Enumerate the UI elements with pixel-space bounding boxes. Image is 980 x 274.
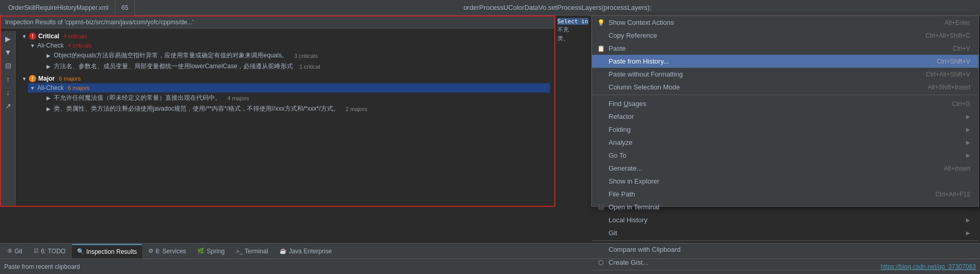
menu-file-path[interactable]: File Path Ctrl+Alt+F12 (592, 188, 978, 201)
menu-paste[interactable]: 📋 Paste Ctrl+V (592, 42, 978, 55)
git-submenu-arrow: ▶ (966, 230, 970, 236)
menu-show-explorer[interactable]: Show in Explorer (592, 175, 978, 188)
critical-child-1[interactable]: Object的equals方法容易抛空指针异常，应使用常量或确定有值的对象来调用… (44, 50, 550, 61)
snippet-line2: 不充 (557, 25, 589, 34)
file-tab-label: OrderSkillRequireHistoryMapper.xml (8, 4, 108, 11)
inspection-title: Inspection Results of 'cppms-biz/src/mai… (5, 19, 194, 26)
services-tab-icon: ⚙ (148, 248, 153, 254)
folding-submenu-arrow: ▶ (966, 127, 970, 132)
menu-copy-ref-shortcut: Ctrl+Alt+Shift+C (926, 32, 970, 39)
critical-label: Critical (38, 33, 59, 40)
services-tab-label: 8: Services (155, 248, 186, 255)
menu-paste-no-format[interactable]: Paste without Formatting Ctrl+Alt+Shift+… (592, 68, 978, 81)
tab-terminal[interactable]: >_ Terminal (231, 244, 273, 258)
tab-services[interactable]: ⚙ 8: Services (143, 244, 191, 258)
refactor-submenu-arrow: ▶ (966, 114, 970, 119)
toolbar-btn-export[interactable]: ↗ (3, 100, 14, 112)
menu-open-terminal-label: Open in Terminal (609, 203, 970, 211)
code-snippet-area: Select in 不充 类、 (555, 16, 592, 207)
menu-git-label: Git (609, 229, 962, 237)
menu-create-gist[interactable]: ⬡ Create Gist... (592, 256, 978, 270)
child2-count: 1 critical (299, 64, 320, 70)
toolbar-btn-filter[interactable]: ⊟ (3, 60, 14, 71)
tab-todo[interactable]: ☑ 6: TODO (28, 244, 71, 258)
major-icon: ! (29, 75, 36, 82)
toolbar-btn-2[interactable]: ▼ (3, 47, 14, 58)
major-arrow (22, 76, 27, 82)
critical-icon: ! (29, 33, 36, 40)
full-layout: OrderSkillRequireHistoryMapper.xml 65 or… (0, 0, 980, 274)
major-child-2[interactable]: 类、类属性、类方法的注释必须使用javadoc规范，使用/**内容*/格式，不得… (44, 103, 550, 114)
child2-desc: 方法名、参数名、成员变量、局部变量都统一使用lowerCamelCase，必须遵… (54, 62, 293, 71)
alicheck-critical-count: 4 criticals (68, 42, 91, 49)
tree-critical[interactable]: ! Critical 4 criticals Ali-Check 4 criti… (20, 31, 550, 73)
critical-child-2[interactable]: 方法名、参数名、成员变量、局部变量都统一使用lowerCamelCase，必须遵… (44, 61, 550, 72)
todo-tab-icon: ☑ (34, 248, 39, 254)
menu-local-history-label: Local History (609, 216, 962, 224)
inspection-toolbar: ▶ ▼ ⊟ ↑ ↓ ↗ (1, 31, 15, 206)
local-history-submenu-arrow: ▶ (966, 217, 970, 223)
context-menu: 💡 Show Context Actions Alt+Enter Copy Re… (592, 16, 979, 207)
critical-arrow (22, 34, 27, 39)
todo-tab-label: 6: TODO (41, 248, 66, 255)
file-tab-mapper[interactable]: OrderSkillRequireHistoryMapper.xml (2, 0, 115, 16)
tab-inspection[interactable]: 🔍 Inspection Results (72, 244, 142, 258)
menu-find-usages[interactable]: Find Usages Ctrl+G (592, 97, 978, 110)
menu-generate[interactable]: Generate... Alt+Insert (592, 162, 978, 175)
menu-copy-reference[interactable]: Copy Reference Ctrl+Alt+Shift+C (592, 29, 978, 42)
major-child2-arrow (46, 106, 52, 112)
tab-git[interactable]: ⑨ Git (2, 244, 27, 258)
java-tab-label: Java Enterprise (289, 248, 332, 255)
menu-show-explorer-label: Show in Explorer (609, 177, 970, 185)
menu-show-context-shortcut: Alt+Enter (944, 19, 970, 26)
context-actions-icon: 💡 (596, 18, 605, 27)
critical-row[interactable]: ! Critical 4 criticals (20, 32, 550, 41)
toolbar-btn-3[interactable]: ↑ (3, 73, 14, 85)
menu-analyze[interactable]: Analyze ▶ (592, 136, 978, 149)
menu-open-terminal[interactable]: ⬛ Open in Terminal (592, 201, 978, 214)
menu-file-path-label: File Path (609, 190, 923, 198)
inspection-tab-icon: 🔍 (77, 248, 84, 255)
major-child-1[interactable]: 不允许任何魔法值（即未经定义的常量）直接出现在代码中。 4 majors (44, 93, 550, 103)
java-tab-icon: ☕ (279, 248, 287, 254)
major-label: Major (38, 75, 55, 82)
major-child1-count: 4 majors (227, 95, 249, 101)
major-row[interactable]: ! Major 6 majors (20, 74, 550, 83)
menu-column-selection[interactable]: Column Selection Mode Alt+Shift+Insert (592, 81, 978, 95)
menu-generate-shortcut: Alt+Insert (944, 165, 970, 172)
menu-paste-no-format-label: Paste without Formatting (609, 70, 913, 78)
snippet-line3: 类、 (557, 34, 589, 43)
menu-goto[interactable]: Go To ▶ (592, 149, 978, 162)
status-left-text: Paste from recent clipboard (4, 263, 80, 270)
tab-spring[interactable]: 🌿 Spring (192, 244, 230, 258)
menu-compare-clipboard[interactable]: Compare with Clipboard (592, 243, 978, 256)
toolbar-btn-1[interactable]: ▶ (3, 33, 14, 44)
major-child2-count: 2 majors (346, 106, 367, 112)
menu-folding-label: Folding (609, 126, 962, 133)
major-child1-arrow (46, 95, 52, 101)
alicheck-major-row[interactable]: Ali-Check 6 majors (28, 83, 550, 93)
menu-compare-clipboard-label: Compare with Clipboard (609, 246, 970, 253)
menu-find-usages-label: Find Usages (609, 100, 940, 108)
critical-children: Object的equals方法容易抛空指针异常，应使用常量或确定有值的对象来调用… (44, 50, 550, 72)
tree-major[interactable]: ! Major 6 majors Ali-Check 6 majors (20, 73, 550, 115)
menu-paste-no-format-shortcut: Ctrl+Alt+Shift+V (926, 71, 970, 78)
alicheck-critical-row[interactable]: Ali-Check 4 criticals (28, 41, 550, 50)
tab-counter: 65 (115, 0, 135, 16)
snippet-line1: Select in (557, 18, 589, 25)
menu-paste-history[interactable]: Paste from History... Ctrl+Shift+V (592, 55, 978, 68)
toolbar-btn-4[interactable]: ↓ (3, 87, 14, 98)
major-count: 6 majors (59, 75, 81, 82)
menu-analyze-label: Analyze (609, 139, 962, 146)
menu-show-context-actions[interactable]: 💡 Show Context Actions Alt+Enter (592, 16, 978, 29)
inspection-tree: ! Critical 4 criticals Ali-Check 4 criti… (15, 28, 554, 203)
menu-local-history[interactable]: Local History ▶ (592, 214, 978, 226)
menu-folding[interactable]: Folding ▶ (592, 123, 978, 136)
terminal-tab-label: Terminal (245, 248, 268, 255)
git-tab-icon: ⑨ (7, 248, 12, 254)
menu-git[interactable]: Git ▶ (592, 226, 978, 241)
child1-arrow (46, 53, 52, 58)
menu-refactor[interactable]: Refactor ▶ (592, 110, 978, 123)
tab-java-enterprise[interactable]: ☕ Java Enterprise (274, 244, 337, 258)
alicheck-critical-arrow (30, 43, 35, 49)
